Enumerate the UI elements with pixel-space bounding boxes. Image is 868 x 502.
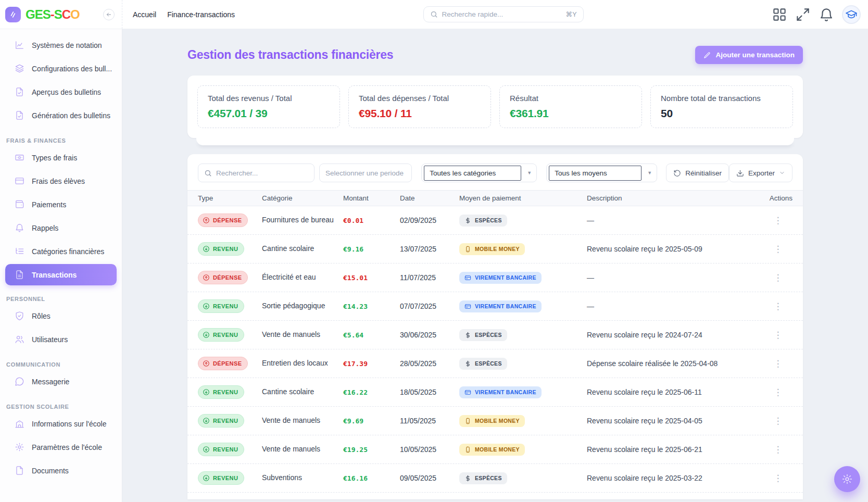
type-badge: REVENU [198,471,244,485]
sidebar-item-informations-sur-l-ecole[interactable]: Informations sur l'école [0,412,122,435]
search-icon [430,10,438,18]
table-row: REVENUSortie pédagogique€14.2307/07/2025… [187,292,803,321]
type-badge: DÉPENSE [198,271,248,284]
row-actions-button[interactable]: ⋮ [771,244,786,255]
arrow-down-circle-icon [203,446,210,453]
sidebar-item-transactions[interactable]: Transactions [5,264,117,285]
bell-icon[interactable] [819,7,834,22]
sidebar-item-label: Aperçus des bulletins [32,88,101,96]
sidebar-item-label: Types de frais [32,154,77,162]
brand-logo [5,7,21,22]
sidebar-section-gestion-scolaire: GESTION SCOLAIRE [6,404,122,410]
stat-card-nombre-total-de-transactions: Nombre total de transactions50 [650,85,793,128]
sidebar-collapse-button[interactable] [103,9,115,20]
payment-badge: ESPÈCES [459,358,507,370]
sidebar-item-messagerie[interactable]: Messagerie [0,370,122,393]
sidebar-item-frais-des-eleves[interactable]: Frais des élèves [0,169,122,193]
brand-letter: GES [26,7,51,21]
avatar[interactable] [842,5,861,24]
date-cell: 18/05/2025 [400,388,459,396]
payment-cell: ESPÈCES [459,329,587,341]
description-cell: — [587,302,763,310]
table-row: DÉPENSEÉlectricité et eau€15.0111/07/202… [187,263,803,292]
select-arrow-icon: ▼ [647,170,652,175]
file-check-icon [15,110,24,120]
brand-letter: C [62,7,70,21]
filter-bar: Toutes les catégories ▼ Tous les moyens … [187,164,803,182]
sidebar-nav: Systèmes de notationConfigurations des b… [0,29,122,502]
period-input[interactable] [325,169,406,177]
row-actions-button[interactable]: ⋮ [771,473,786,484]
nav-link-accueil[interactable]: Accueil [133,10,156,19]
payment-badge: ESPÈCES [459,329,507,341]
row-actions-button[interactable]: ⋮ [771,272,786,283]
row-actions-button[interactable]: ⋮ [771,387,786,398]
export-button[interactable]: Exporter [729,164,792,182]
type-badge-label: REVENU [213,418,238,424]
list-tree-icon [15,246,24,256]
sidebar-item-systemes-de-notation[interactable]: Systèmes de notation [0,33,122,57]
description-cell: — [587,273,763,282]
period-picker[interactable] [319,164,412,182]
brand-letter: - [51,7,54,21]
actions-cell: ⋮ [763,387,792,398]
graduation-cap-icon [845,8,858,21]
sidebar-item-paiements[interactable]: Paiements [0,193,122,216]
row-actions-button[interactable]: ⋮ [771,330,786,341]
table-search[interactable] [198,164,315,182]
reset-button[interactable]: Réinitialiser [666,164,729,182]
type-badge: REVENU [198,443,244,456]
sidebar-item-label: Paiements [32,200,66,209]
arrow-down-circle-icon [203,388,210,396]
payment-badge: MOBILE MONEY [459,444,525,456]
type-cell: REVENU [198,385,262,399]
apps-grid-icon[interactable] [772,7,787,22]
sidebar-item-parametres-de-l-ecole[interactable]: Paramètres de l'école [0,435,122,459]
table-search-input[interactable] [216,169,308,177]
row-actions-button[interactable]: ⋮ [771,416,786,426]
description-cell: Revenu scolaire reçu le 2025-03-22 [587,474,763,482]
table-row: REVENUCantine scolaire€9.1613/07/2025MOB… [187,235,803,263]
table-row: REVENUVente de manuels€9.6911/05/2025MOB… [187,407,803,435]
table-body: DÉPENSEFournitures de bureau€0.0102/09/2… [187,206,803,493]
payment-badge-label: MOBILE MONEY [475,246,520,252]
payment-badge-label: VIREMENT BANCAIRE [475,389,536,395]
sidebar-item-label: Messagerie [32,378,69,386]
sidebar-item-configurations-des-bull[interactable]: Configurations des bull... [0,57,122,80]
brand-name: GES-SCO [26,7,80,22]
stat-card-resultat: Résultat€361.91 [499,85,642,128]
column-header-moyen: Moyen de paiement [459,194,587,202]
type-cell: REVENU [198,299,262,313]
fullscreen-icon[interactable] [795,7,811,22]
sidebar-item-label: Catégories financières [32,247,104,256]
payment-badge-label: VIREMENT BANCAIRE [475,274,536,281]
search-icon [204,169,212,177]
row-actions-button[interactable]: ⋮ [771,444,786,455]
category-cell: Vente de manuels [262,330,343,340]
sidebar-item-label: Rôles [32,312,51,320]
row-actions-button[interactable]: ⋮ [771,301,786,312]
sidebar-item-rappels[interactable]: Rappels [0,216,122,240]
nav-link-finance-transactions[interactable]: Finance-transactions [167,10,235,19]
sidebar-item-types-de-frais[interactable]: Types de frais [0,146,122,169]
floating-settings-button[interactable] [834,466,860,492]
category-select[interactable]: Toutes les catégories ▼ [421,164,537,182]
payment-select[interactable]: Tous les moyens ▼ [546,164,657,182]
type-cell: REVENU [198,328,262,342]
quick-search-input[interactable] [442,10,562,18]
main-content: Gestion des transactions financières Ajo… [122,29,868,502]
quick-search[interactable]: ⌘Y [423,6,584,22]
payment-cell: VIREMENT BANCAIRE [459,272,587,284]
sidebar-item-documents[interactable]: Documents [0,459,122,482]
payment-cell: VIREMENT BANCAIRE [459,386,587,398]
sidebar-item-generation-des-bulletins[interactable]: Génération des bulletins [0,104,122,127]
date-cell: 02/09/2025 [400,216,459,224]
row-actions-button[interactable]: ⋮ [771,215,786,226]
sidebar-item-apercus-des-bulletins[interactable]: Aperçus des bulletins [0,80,122,104]
sidebar-item-categories-financieres[interactable]: Catégories financières [0,240,122,263]
sidebar-item-utilisateurs[interactable]: Utilisateurs [0,328,122,351]
type-badge: REVENU [198,328,244,342]
sidebar-item-roles[interactable]: Rôles [0,304,122,328]
row-actions-button[interactable]: ⋮ [771,358,786,369]
add-transaction-button[interactable]: Ajouter une transaction [695,46,803,64]
